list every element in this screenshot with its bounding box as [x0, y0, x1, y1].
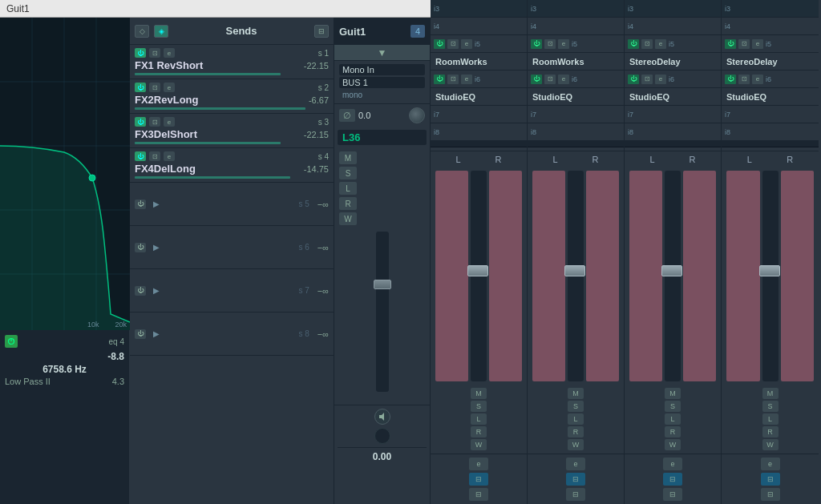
send-nav-6[interactable]: ▶: [151, 242, 162, 253]
ch3-io-i5[interactable]: ⊡: [641, 39, 653, 49]
ch3-e-i6[interactable]: e: [655, 75, 666, 84]
main-fader[interactable]: [376, 232, 389, 392]
bus-routing[interactable]: BUS 1: [339, 77, 425, 88]
ch1-record[interactable]: R: [471, 426, 487, 437]
ch2-send-btn2[interactable]: ⊟: [566, 488, 585, 501]
record-button[interactable]: R: [339, 197, 357, 210]
ch2-io-i6[interactable]: ⊡: [544, 75, 556, 84]
send-io-3[interactable]: ⊡: [149, 117, 160, 127]
ch4-eq-btn[interactable]: e: [761, 458, 780, 470]
ch2-main-fader[interactable]: [568, 171, 584, 381]
ch1-mute[interactable]: M: [471, 388, 487, 399]
ch3-mute[interactable]: M: [665, 388, 681, 399]
channel-dropdown[interactable]: ▼: [334, 45, 430, 61]
ch1-io-i5[interactable]: ⊡: [447, 39, 459, 49]
ch1-listen[interactable]: L: [471, 413, 487, 425]
ch4-io-i6[interactable]: ⊡: [738, 75, 750, 84]
ch4-write[interactable]: W: [762, 439, 779, 450]
ch4-main-fader[interactable]: [762, 171, 779, 381]
ch2-power-i6[interactable]: ⏻: [531, 75, 542, 84]
ch2-send-btn1[interactable]: ⊟: [566, 473, 585, 486]
listen-button[interactable]: L: [339, 182, 357, 195]
ch1-power-i5[interactable]: ⏻: [434, 39, 445, 49]
ch3-power-i6[interactable]: ⏻: [628, 75, 639, 84]
ch2-solo[interactable]: S: [568, 401, 584, 412]
send-nav-7[interactable]: ▶: [151, 285, 162, 296]
ch3-plugin2[interactable]: StudioEQ: [625, 88, 721, 106]
ch3-plugin1[interactable]: StereoDelay: [625, 53, 721, 71]
ch2-io-i5[interactable]: ⊡: [544, 39, 556, 49]
ch3-main-fader[interactable]: [665, 171, 681, 381]
ch2-plugin2[interactable]: StudioEQ: [528, 88, 624, 106]
ch3-send-btn2[interactable]: ⊟: [663, 488, 682, 501]
send-nav-5[interactable]: ▶: [151, 199, 162, 210]
ch1-send-btn1[interactable]: ⊟: [469, 473, 488, 486]
mute-button[interactable]: M: [339, 151, 357, 164]
ch4-power-i5[interactable]: ⏻: [725, 39, 736, 49]
send-power-7[interactable]: ⏻: [135, 286, 146, 296]
sends-route-button[interactable]: ◇: [135, 25, 149, 38]
ch4-power-i6[interactable]: ⏻: [725, 75, 736, 84]
send-power-3[interactable]: ⏻: [135, 117, 146, 127]
ch4-plugin2[interactable]: StudioEQ: [722, 88, 819, 106]
ch1-solo[interactable]: S: [471, 401, 487, 412]
send-io-2[interactable]: ⊡: [149, 83, 160, 92]
write-button[interactable]: W: [339, 212, 357, 225]
ch3-send-btn1[interactable]: ⊟: [663, 473, 682, 486]
ch2-mute[interactable]: M: [568, 388, 584, 399]
fader-thumb[interactable]: [374, 280, 391, 289]
ch4-e-i6[interactable]: e: [752, 75, 763, 84]
ch2-e-i5[interactable]: e: [558, 39, 569, 49]
ch1-eq-btn[interactable]: e: [469, 458, 488, 470]
ch1-write[interactable]: W: [471, 439, 487, 450]
ch2-write[interactable]: W: [568, 439, 584, 450]
ch4-plugin1[interactable]: StereoDelay: [722, 53, 819, 71]
send-e-1[interactable]: e: [164, 48, 175, 58]
send-e-4[interactable]: e: [164, 151, 175, 161]
ch4-record[interactable]: R: [762, 426, 779, 437]
sends-settings-button[interactable]: ⊟: [314, 25, 329, 38]
solo-button[interactable]: S: [339, 167, 357, 179]
send-nav-8[interactable]: ▶: [151, 329, 162, 340]
sends-active-button[interactable]: ◈: [154, 25, 168, 38]
ch3-solo[interactable]: S: [665, 401, 681, 412]
ch1-plugin1[interactable]: RoomWorks: [431, 53, 527, 71]
send-io-4[interactable]: ⊡: [149, 151, 160, 161]
speaker-button[interactable]: [374, 409, 390, 425]
ch1-power-i6[interactable]: ⏻: [434, 75, 445, 84]
phase-button[interactable]: ∅: [339, 109, 355, 122]
ch4-listen[interactable]: L: [762, 413, 779, 425]
ch4-send-btn2[interactable]: ⊟: [761, 488, 780, 501]
ch2-eq-btn[interactable]: e: [566, 458, 585, 470]
ch2-listen[interactable]: L: [568, 413, 584, 425]
send-power-1[interactable]: ⏻: [135, 48, 146, 58]
ch1-e-i5[interactable]: e: [461, 39, 472, 49]
send-e-2[interactable]: e: [164, 83, 175, 92]
send-power-4[interactable]: ⏻: [135, 151, 146, 161]
send-power-6[interactable]: ⏻: [135, 243, 146, 252]
ch4-send-btn1[interactable]: ⊟: [761, 473, 780, 486]
send-power-8[interactable]: ⏻: [135, 329, 146, 339]
ch3-eq-btn[interactable]: e: [663, 458, 682, 470]
ch3-e-i5[interactable]: e: [655, 39, 666, 49]
ch3-record[interactable]: R: [665, 426, 681, 437]
ch1-send-btn2[interactable]: ⊟: [469, 488, 488, 501]
ch2-record[interactable]: R: [568, 426, 584, 437]
ch2-power-i5[interactable]: ⏻: [531, 39, 542, 49]
ch3-listen[interactable]: L: [665, 413, 681, 425]
ch1-io-i6[interactable]: ⊡: [447, 75, 459, 84]
ch3-power-i5[interactable]: ⏻: [628, 39, 639, 49]
ch1-fader-thumb[interactable]: [467, 265, 488, 276]
send-power-2[interactable]: ⏻: [135, 83, 146, 92]
ch2-e-i6[interactable]: e: [558, 75, 569, 84]
ch2-fader-thumb[interactable]: [564, 265, 585, 276]
ch4-fader-thumb[interactable]: [759, 265, 780, 276]
send-power-5[interactable]: ⏻: [135, 200, 146, 209]
ch4-mute[interactable]: M: [762, 388, 779, 399]
send-io-1[interactable]: ⊡: [149, 48, 160, 58]
ch1-e-i6[interactable]: e: [461, 75, 472, 84]
ch1-plugin2[interactable]: StudioEQ: [431, 88, 527, 106]
ch1-main-fader[interactable]: [471, 171, 487, 381]
ch4-e-i5[interactable]: e: [752, 39, 763, 49]
monitor-button[interactable]: [374, 428, 390, 444]
